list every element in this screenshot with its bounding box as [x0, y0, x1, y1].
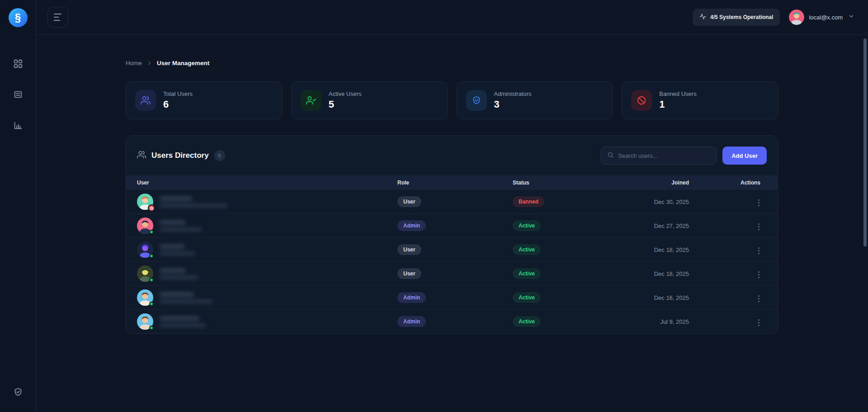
row-actions-menu-button[interactable] [755, 221, 762, 233]
status-badge: Active [513, 292, 541, 303]
stat-card: Total Users 6 [126, 81, 282, 119]
table-row[interactable]: Admin Active Dec 16, 2025 [126, 285, 778, 309]
redacted-username [160, 316, 199, 321]
app-logo[interactable]: § [9, 8, 28, 27]
search-input[interactable] [618, 152, 710, 159]
stat-value: 5 [329, 99, 362, 110]
redacted-email [160, 227, 202, 232]
topbar: 4/5 Systems Operational local@x.com [36, 0, 868, 35]
stat-label: Banned Users [659, 90, 696, 97]
status-badge: Active [513, 220, 541, 231]
users-directory-panel: Users Directory 6 Add User User Role Sta… [126, 135, 778, 334]
table-row[interactable]: User Active Dec 18, 2025 [126, 237, 778, 261]
avatar [137, 313, 153, 330]
sidebar-item-analytics[interactable] [11, 118, 25, 133]
role-badge: Admin [397, 316, 426, 327]
row-actions-menu-button[interactable] [755, 293, 762, 305]
sidebar-item-dashboard[interactable] [11, 57, 25, 71]
grid-icon [13, 59, 23, 70]
role-badge: User [397, 268, 421, 279]
account-menu[interactable]: local@x.com [789, 9, 854, 25]
bar-chart-icon [13, 120, 23, 132]
sidebar-item-security[interactable] [11, 386, 25, 400]
breadcrumb: Home User Management [126, 60, 778, 66]
sidebar-item-logs[interactable] [11, 88, 25, 102]
avatar [137, 289, 153, 306]
systems-status-label: 4/5 Systems Operational [710, 14, 773, 20]
shield-check-icon [13, 387, 23, 399]
table-row[interactable]: Admin Active Dec 27, 2025 [126, 213, 778, 237]
column-header-user: User [137, 180, 397, 186]
user-check-icon [301, 90, 321, 111]
joined-date: Dec 16, 2025 [639, 294, 689, 301]
list-icon [13, 90, 23, 101]
avatar [789, 9, 804, 25]
column-header-joined: Joined [639, 180, 689, 186]
row-actions-menu-button[interactable] [755, 269, 762, 281]
status-badge: Banned [513, 196, 544, 207]
activity-icon [699, 13, 706, 21]
sidebar-nav [11, 57, 25, 133]
avatar [137, 242, 153, 258]
menu-toggle-button[interactable] [47, 7, 68, 28]
breadcrumb-home-link[interactable]: Home [126, 60, 142, 66]
stat-card: Active Users 5 [291, 81, 448, 119]
account-email: local@x.com [809, 14, 843, 21]
logo-glyph: § [15, 11, 21, 24]
online-indicator [149, 326, 154, 330]
sidebar: § [0, 0, 36, 412]
redacted-email [160, 275, 198, 279]
table-row[interactable]: User Active Dec 18, 2025 [126, 261, 778, 285]
user-count-badge: 6 [214, 150, 225, 161]
status-badge: Active [513, 268, 541, 279]
joined-date: Dec 18, 2025 [639, 270, 689, 277]
stat-value: 3 [494, 99, 532, 110]
joined-date: Dec 27, 2025 [639, 223, 689, 229]
status-badge: Active [513, 244, 541, 255]
redacted-username [160, 244, 185, 249]
row-actions-menu-button[interactable] [755, 317, 762, 329]
avatar [137, 265, 153, 282]
redacted-email [160, 251, 195, 256]
stats-row: Total Users 6 Active Users 5 Administrat… [126, 81, 778, 119]
joined-date: Dec 18, 2025 [639, 246, 689, 253]
stat-label: Total Users [163, 90, 193, 97]
table-header: User Role Status Joined Actions [126, 175, 778, 189]
joined-date: Dec 30, 2025 [639, 199, 689, 205]
redacted-email [160, 204, 227, 208]
add-user-button[interactable]: Add User [722, 147, 767, 165]
role-badge: Admin [397, 292, 426, 303]
column-header-actions: Actions [689, 180, 767, 186]
main-content: Home User Management Total Users 6 Activ… [36, 35, 868, 412]
row-actions-menu-button[interactable] [755, 245, 762, 257]
column-header-status: Status [513, 180, 639, 186]
stat-card: Administrators 3 [457, 81, 613, 119]
table-row[interactable]: Admin Active Jul 9, 2025 [126, 309, 778, 333]
role-badge: Admin [397, 220, 426, 231]
status-badge: Active [513, 316, 541, 327]
redacted-username [160, 268, 186, 273]
page-title: User Management [157, 60, 209, 66]
table-row[interactable]: User Banned Dec 30, 2025 [126, 189, 778, 213]
column-header-role: Role [397, 180, 513, 186]
scrollbar-thumb[interactable] [863, 38, 867, 246]
users-icon [137, 150, 146, 161]
banned-indicator-icon [148, 204, 155, 212]
redacted-email [160, 299, 213, 303]
panel-title: Users Directory [151, 151, 209, 160]
row-actions-menu-button[interactable] [755, 197, 762, 209]
redacted-email [160, 323, 206, 327]
systems-status-badge[interactable]: 4/5 Systems Operational [693, 9, 780, 26]
search-box [601, 147, 717, 165]
online-indicator [149, 230, 154, 234]
avatar [137, 218, 153, 234]
joined-date: Jul 9, 2025 [639, 318, 689, 325]
shield-check-icon [466, 90, 487, 111]
online-indicator [149, 254, 154, 258]
online-indicator [149, 302, 154, 306]
redacted-username [160, 220, 186, 225]
stat-label: Active Users [329, 90, 362, 97]
search-icon [607, 152, 614, 160]
redacted-username [160, 196, 192, 201]
chevron-down-icon [848, 13, 854, 21]
